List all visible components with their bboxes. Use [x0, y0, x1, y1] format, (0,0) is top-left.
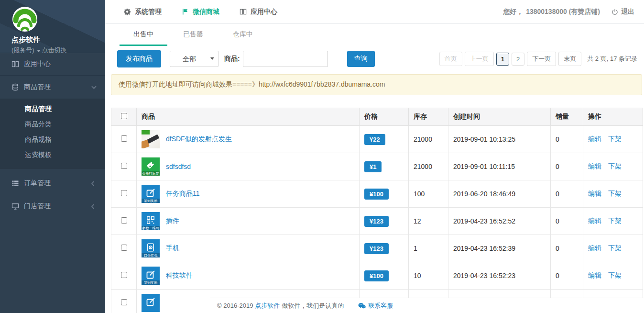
contact-support-link[interactable]: 联系客服: [358, 302, 393, 310]
logout-button[interactable]: 退出: [611, 8, 634, 16]
unlist-link[interactable]: 下架: [608, 271, 622, 279]
created-time: 2019-04-23 16:52:23: [448, 262, 551, 290]
sales-value: 0: [551, 180, 583, 208]
edit-link[interactable]: 编辑: [588, 244, 601, 252]
topnav-wechat-mall[interactable]: 微信商城: [172, 8, 229, 16]
topnav-app-center[interactable]: 应用中心: [229, 8, 287, 16]
sidebar-item-label: 应用中心: [24, 60, 51, 68]
topnav-label: 应用中心: [251, 8, 277, 16]
pagination-last-button[interactable]: 末页: [558, 52, 581, 66]
account-switcher[interactable]: (服务号) 点击切换: [11, 46, 105, 55]
category-select[interactable]: 全部: [170, 51, 218, 67]
shop-flag-icon: [182, 8, 189, 15]
created-time: 2019-09-01 10:11:15: [448, 153, 551, 180]
price-badge: ¥123: [364, 243, 389, 254]
unlist-link[interactable]: 下架: [608, 135, 622, 143]
price-badge: ¥100: [364, 270, 389, 281]
sidebar-item-store-management[interactable]: 门店管理: [0, 195, 105, 218]
table-row: 口令红包 手机 ¥123 1 2019-04-23 16:52:39 0 编辑 …: [111, 235, 643, 262]
edit-link[interactable]: 编辑: [588, 190, 601, 197]
row-checkbox[interactable]: [121, 245, 127, 251]
price-badge: ¥22: [364, 134, 385, 145]
sales-value: 0: [551, 208, 583, 235]
sidebar-item-app-center[interactable]: 应用中心: [0, 53, 105, 76]
brand-profile[interactable]: 点步软件 (服务号) 点击切换: [0, 0, 105, 53]
chevron-left-icon: [92, 181, 97, 186]
switch-account-label: 点击切换: [42, 46, 67, 55]
product-name-link[interactable]: 科技软件: [166, 271, 193, 280]
pagination-page-1-button[interactable]: 1: [496, 53, 509, 66]
price-badge: ¥100: [364, 189, 389, 200]
tab-sold-out[interactable]: 已售罄: [169, 30, 217, 46]
chevron-down-icon: [92, 84, 97, 89]
product-photo: [142, 130, 160, 148]
row-checkbox[interactable]: [121, 190, 127, 196]
submenu-item-product-management[interactable]: 商品管理: [0, 101, 105, 116]
sales-value: 0: [551, 235, 583, 262]
product-thumbnail: [142, 294, 160, 312]
product-name-link[interactable]: sdfsdfsd: [166, 163, 191, 170]
columns-icon: [11, 60, 19, 68]
sidebar-item-product-management[interactable]: 商品管理: [0, 76, 105, 99]
col-header-sales: 销量: [551, 108, 583, 126]
topnav-label: 系统管理: [135, 8, 162, 16]
sidebar-item-label: 订单管理: [24, 179, 51, 188]
mall-url-notice: 使用微信打开此地址即可访问商城效果=====》http://wxfc6d9901…: [111, 74, 642, 95]
submenu-item-product-spec[interactable]: 商品规格: [0, 132, 105, 147]
brand-footer-link[interactable]: 点步软件: [255, 302, 280, 310]
pagination-page-2-button[interactable]: 2: [512, 53, 524, 66]
product-name-link[interactable]: 手机: [166, 244, 179, 253]
product-name-link[interactable]: 任务商品11: [166, 190, 200, 198]
product-name-link[interactable]: 插件: [166, 217, 179, 225]
edit-link[interactable]: 编辑: [588, 162, 601, 170]
row-checkbox[interactable]: [121, 272, 127, 278]
col-header-stock: 库存: [409, 108, 448, 126]
product-thumbnail: 会员打标签: [142, 157, 160, 176]
brand-name: 点步软件: [11, 35, 105, 45]
row-checkbox[interactable]: [121, 299, 127, 305]
query-button[interactable]: 查询: [347, 51, 375, 67]
top-bar: 系统管理 微信商城 应用中心 您好， 13800138000 (有赞店铺) 退出: [105, 0, 644, 24]
sidebar-item-order-management[interactable]: 订单管理: [0, 172, 105, 195]
edit-link[interactable]: 编辑: [588, 217, 601, 224]
created-time: 2019-09-01 10:13:25: [448, 126, 551, 153]
row-checkbox[interactable]: [121, 163, 127, 169]
submenu-item-product-category[interactable]: 商品分类: [0, 116, 105, 132]
pagination-summary: 共 2 页, 17 条记录: [587, 55, 637, 63]
edit-link[interactable]: 编辑: [588, 271, 601, 279]
unlist-link[interactable]: 下架: [608, 162, 622, 170]
product-search-input[interactable]: [243, 51, 328, 67]
edit-link[interactable]: 编辑: [588, 135, 601, 143]
product-name-link[interactable]: dfSDF似的发射点发生: [166, 135, 232, 144]
select-all-checkbox[interactable]: [121, 113, 127, 119]
row-checkbox[interactable]: [121, 217, 127, 224]
unlist-link[interactable]: 下架: [608, 217, 622, 224]
submenu-item-shipping-template[interactable]: 运费模板: [0, 147, 105, 162]
row-checkbox[interactable]: [121, 135, 127, 142]
price-badge: ¥123: [364, 216, 389, 227]
pagination-prev-button[interactable]: 上一页: [465, 52, 494, 66]
logout-label: 退出: [621, 8, 634, 16]
stock-value: 10: [409, 262, 448, 290]
created-time: 2019-04-23 16:52:52: [448, 208, 551, 235]
unlist-link[interactable]: 下架: [608, 190, 622, 197]
topnav-system-management[interactable]: 系统管理: [114, 8, 172, 16]
publish-product-button[interactable]: 发布商品: [117, 50, 161, 67]
toolbar: 发布商品 全部 商品: 查询 首页 上一页 1 2 下一页 末页 共 2 页, …: [105, 46, 644, 67]
brand-logo-icon: [11, 6, 38, 33]
slogan-text: 做软件，我们是认真的: [282, 302, 344, 310]
tag-icon: [145, 160, 156, 171]
tab-in-warehouse[interactable]: 仓库中: [219, 30, 267, 46]
main-content: 系统管理 微信商城 应用中心 您好， 13800138000 (有赞店铺) 退出: [105, 0, 644, 313]
unlist-link[interactable]: 下架: [608, 244, 622, 252]
sales-value: 0: [551, 126, 583, 153]
pagination: 首页 上一页 1 2 下一页 末页 共 2 页, 17 条记录: [439, 52, 637, 66]
tab-on-sale[interactable]: 出售中: [120, 30, 167, 46]
status-tabs: 出售中 已售罄 仓库中: [105, 24, 644, 46]
product-thumbnail: 签到奖励: [142, 185, 160, 203]
pagination-first-button[interactable]: 首页: [439, 52, 462, 66]
stock-value: 21000: [409, 153, 448, 180]
created-time: 2019-04-23 16:52:39: [448, 235, 551, 262]
pagination-next-button[interactable]: 下一页: [527, 52, 556, 66]
qr-code-icon: [145, 215, 156, 225]
